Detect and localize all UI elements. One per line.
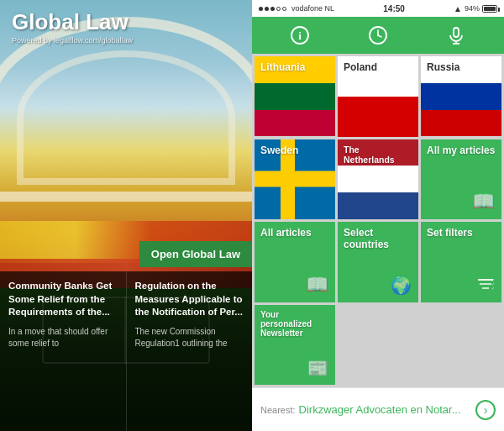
poland-label: Poland (344, 61, 377, 73)
nearest-name[interactable]: Dirkzwager Advocaten en Notar... (299, 403, 475, 416)
signal-dot-3 (270, 7, 275, 11)
set-filters-cell[interactable]: Set filters ✓ ✓ ✓ (421, 222, 501, 302)
news-card-2-body: The new Commission Regulation1 outlining… (135, 326, 244, 350)
app-header: Global Law Powered by legalflow.com/glob… (12, 10, 133, 45)
app-title: Global Law (12, 10, 133, 34)
sweden-cell[interactable]: Sweden (255, 139, 335, 220)
signal-dot-2 (265, 7, 269, 11)
right-panel: vodafone NL 14:50 ▲ 94% i (252, 0, 504, 431)
all-my-articles-cell[interactable]: All my articles 📖 (421, 139, 501, 220)
pl-red (338, 97, 418, 137)
left-panel: Global Law Powered by legalflow.com/glob… (0, 0, 252, 431)
lt-green (255, 83, 335, 110)
nav-bar: i (252, 17, 504, 54)
nl-blue (338, 192, 418, 219)
nearest-arrow-button[interactable]: › (475, 400, 496, 420)
all-my-articles-label: All my articles (427, 145, 495, 156)
russia-cell[interactable]: Russia (421, 56, 501, 137)
mic-button[interactable] (443, 22, 470, 49)
news-card-1-title: Community Banks Get Some Relief from the… (8, 280, 118, 319)
svg-text:i: i (298, 29, 302, 42)
sweden-label: Sweden (260, 145, 298, 156)
select-countries-cell[interactable]: Select countries 🌍 (338, 222, 418, 302)
lithuania-cell[interactable]: Lithuania (255, 56, 335, 137)
open-global-law-button[interactable]: Open Global Law (139, 241, 252, 267)
battery-percent: 94% (465, 4, 480, 13)
ru-red (421, 110, 501, 137)
battery-icon (482, 5, 497, 13)
wifi-icon: ▲ (454, 4, 462, 13)
news-card-2-title: Regulation on the Measures Applicable to… (135, 280, 244, 319)
ru-blue (421, 83, 501, 110)
status-bar: vodafone NL 14:50 ▲ 94% (252, 0, 504, 17)
all-articles-label: All articles (260, 227, 312, 239)
set-filters-label: Set filters (427, 227, 473, 239)
svg-point-5 (377, 34, 379, 36)
signal-bars (259, 7, 286, 11)
clock-button[interactable] (365, 22, 391, 49)
book-icon: 📖 (472, 191, 495, 213)
app-subtitle: Powered by legalflow.com/globallaw (12, 36, 133, 45)
status-right: ▲ 94% (454, 4, 497, 13)
info-button[interactable]: i (286, 22, 313, 49)
carrier-name: vodafone NL (291, 4, 334, 13)
status-left: vodafone NL (259, 4, 334, 13)
nearest-label-text: Nearest: (260, 405, 296, 415)
battery-fill (484, 7, 496, 11)
svg-text:✓: ✓ (491, 286, 495, 291)
news-row: Community Banks Get Some Relief from the… (0, 271, 252, 431)
all-articles-cell[interactable]: All articles 📖 (255, 222, 335, 302)
news-card-1-body: In a move that should offer some relief … (8, 326, 118, 350)
netherlands-label: The Netherlands (344, 145, 412, 165)
filter-icon: ✓ ✓ ✓ (476, 276, 495, 296)
status-time: 14:50 (383, 4, 405, 13)
globe-icon: 🌍 (391, 276, 412, 296)
poland-cell[interactable]: Poland (338, 56, 418, 137)
select-countries-label: Select countries (344, 227, 412, 250)
svg-rect-6 (454, 28, 459, 37)
newsletter-label: Your personalized Newsletter (260, 310, 329, 338)
lt-red (255, 110, 335, 137)
lithuania-label: Lithuania (260, 61, 305, 73)
nl-white (338, 166, 418, 192)
country-grid: Lithuania Poland Russia Swede (252, 54, 504, 387)
nearest-bar: Nearest: Dirkzwager Advocaten en Notar..… (252, 387, 504, 431)
book-icon-2: 📖 (306, 274, 328, 296)
signal-dot-5 (282, 7, 286, 11)
russia-label: Russia (427, 61, 459, 73)
netherlands-cell[interactable]: The Netherlands (338, 139, 418, 220)
news-card-1[interactable]: Community Banks Get Some Relief from the… (0, 271, 127, 431)
stadium-inner (17, 50, 235, 185)
news-card-2[interactable]: Regulation on the Measures Applicable to… (127, 271, 253, 431)
newsletter-cell[interactable]: Your personalized Newsletter 📰 (255, 305, 335, 386)
signal-dot-1 (259, 7, 263, 11)
signal-dot-4 (276, 7, 281, 11)
newsletter-icon: 📰 (307, 358, 328, 378)
sweden-cross-h (255, 171, 335, 187)
